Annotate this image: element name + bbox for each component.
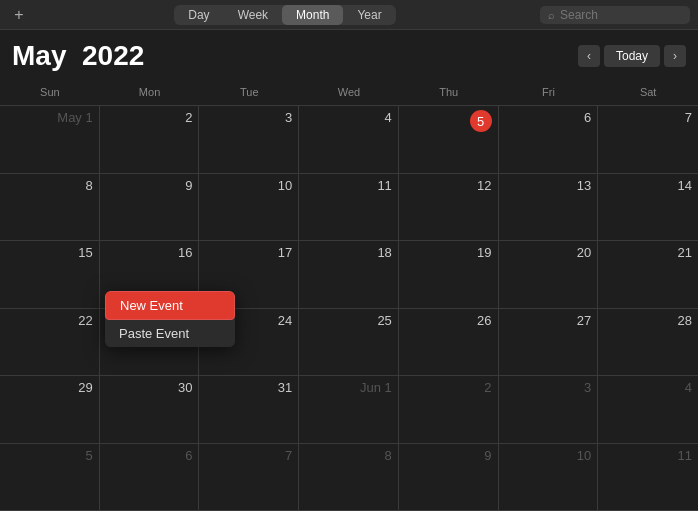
calendar-header: May 2022 ‹ Today ›	[0, 30, 698, 78]
calendar-cell[interactable]: 28	[598, 309, 698, 376]
year-label: 2022	[82, 40, 144, 71]
day-header-tue: Tue	[199, 78, 299, 105]
calendar-row-0: May 1234567	[0, 106, 698, 174]
cell-number: 7	[205, 448, 292, 463]
tab-week[interactable]: Week	[224, 5, 282, 25]
day-header-mon: Mon	[100, 78, 200, 105]
cell-number: 6	[505, 110, 592, 125]
month-label: May	[12, 40, 66, 71]
day-headers: SunMonTueWedThuFriSat	[0, 78, 698, 106]
calendar-cell[interactable]: 4	[598, 376, 698, 443]
day-header-sun: Sun	[0, 78, 100, 105]
tab-month[interactable]: Month	[282, 5, 343, 25]
calendar-cell[interactable]: 9	[100, 174, 200, 241]
cell-number: 4	[604, 380, 692, 395]
calendar-cell[interactable]: 3	[499, 376, 599, 443]
tab-year[interactable]: Year	[343, 5, 395, 25]
search-box: ⌕	[540, 6, 690, 24]
calendar-cell[interactable]: 19	[399, 241, 499, 308]
calendar-cell[interactable]: 8	[0, 174, 100, 241]
cell-number: 26	[405, 313, 492, 328]
day-header-thu: Thu	[399, 78, 499, 105]
cell-number: 22	[6, 313, 93, 328]
context-menu-item-paste-event[interactable]: Paste Event	[105, 320, 235, 347]
month-title: May 2022	[12, 40, 144, 72]
calendar-cell[interactable]: 7	[598, 106, 698, 173]
cell-number: 16	[106, 245, 193, 260]
calendar-cell[interactable]: 9	[399, 444, 499, 511]
calendar-cell[interactable]: 8	[299, 444, 399, 511]
calendar-cell[interactable]: 18	[299, 241, 399, 308]
cell-number: 9	[106, 178, 193, 193]
calendar-cell[interactable]: 2	[100, 106, 200, 173]
calendar-cell[interactable]: 20	[499, 241, 599, 308]
view-tabs: DayWeekMonthYear	[174, 5, 395, 25]
cell-number: 15	[6, 245, 93, 260]
calendar-row-1: 891011121314	[0, 174, 698, 242]
prev-button[interactable]: ‹	[578, 45, 600, 67]
cell-number: 12	[405, 178, 492, 193]
calendar-cell[interactable]: 4	[299, 106, 399, 173]
day-header-wed: Wed	[299, 78, 399, 105]
calendar-row-4: 293031Jun 1234	[0, 376, 698, 444]
calendar-cell[interactable]: 7	[199, 444, 299, 511]
cell-number: 18	[305, 245, 392, 260]
calendar-cell[interactable]: 15	[0, 241, 100, 308]
calendar-cell[interactable]: 11	[299, 174, 399, 241]
cell-number: 13	[505, 178, 592, 193]
cell-number: 6	[106, 448, 193, 463]
context-menu: New EventPaste Event	[105, 291, 235, 347]
calendar-cell[interactable]: 12	[399, 174, 499, 241]
calendar-cell[interactable]: 27	[499, 309, 599, 376]
calendar-cell[interactable]: 25	[299, 309, 399, 376]
cell-number: 8	[305, 448, 392, 463]
cell-number: 30	[106, 380, 193, 395]
calendar-cell[interactable]: 31	[199, 376, 299, 443]
cell-number: May 1	[6, 110, 93, 125]
calendar-cell[interactable]: 6	[499, 106, 599, 173]
calendar-cell[interactable]: 5	[0, 444, 100, 511]
calendar-cell[interactable]: 14	[598, 174, 698, 241]
calendar-row-5: 567891011	[0, 444, 698, 512]
calendar-cell[interactable]: 10	[199, 174, 299, 241]
context-menu-item-new-event[interactable]: New Event	[105, 291, 235, 320]
cell-number: 27	[505, 313, 592, 328]
nav-controls: ‹ Today ›	[578, 45, 686, 67]
add-button[interactable]: +	[8, 4, 30, 26]
day-header-fri: Fri	[499, 78, 599, 105]
calendar-cell[interactable]: 3	[199, 106, 299, 173]
calendar-cell[interactable]: 10	[499, 444, 599, 511]
next-button[interactable]: ›	[664, 45, 686, 67]
calendar-cell[interactable]: 21	[598, 241, 698, 308]
cell-number: 21	[604, 245, 692, 260]
calendar-cell[interactable]: May 1	[0, 106, 100, 173]
cell-number: 5	[6, 448, 93, 463]
calendar-cell[interactable]: 26	[399, 309, 499, 376]
today-button[interactable]: Today	[604, 45, 660, 67]
calendar-cell[interactable]: 30	[100, 376, 200, 443]
cell-number: 31	[205, 380, 292, 395]
cell-number: 9	[405, 448, 492, 463]
cell-number: 11	[604, 448, 692, 463]
today-date: 5	[470, 110, 492, 132]
cell-number: Jun 1	[305, 380, 392, 395]
calendar-cell[interactable]: 11	[598, 444, 698, 511]
cell-number: 10	[205, 178, 292, 193]
calendar-cell[interactable]: 22	[0, 309, 100, 376]
cell-number: 29	[6, 380, 93, 395]
cell-number: 3	[505, 380, 592, 395]
calendar-cell[interactable]: 5	[399, 106, 499, 173]
calendar-cell[interactable]: 29	[0, 376, 100, 443]
calendar-cell[interactable]: 13	[499, 174, 599, 241]
cell-number: 7	[604, 110, 692, 125]
cell-number: 4	[305, 110, 392, 125]
calendar-cell[interactable]: Jun 1	[299, 376, 399, 443]
cell-number: 10	[505, 448, 592, 463]
cell-number: 19	[405, 245, 492, 260]
day-header-sat: Sat	[598, 78, 698, 105]
calendar-grid: May 123456789101112131415161718192021222…	[0, 106, 698, 511]
calendar-cell[interactable]: 6	[100, 444, 200, 511]
search-input[interactable]	[560, 8, 670, 22]
tab-day[interactable]: Day	[174, 5, 223, 25]
calendar-cell[interactable]: 2	[399, 376, 499, 443]
